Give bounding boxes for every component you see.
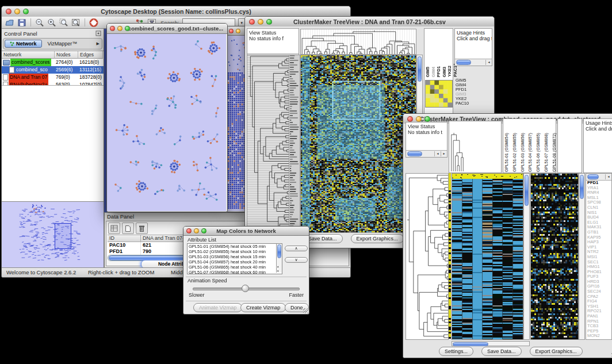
vscroll-thumb[interactable] (277, 244, 281, 258)
usage-hints-scrollbar[interactable]: ◂ (455, 59, 492, 66)
minimize-button[interactable] (14, 9, 20, 14)
tab-network[interactable]: Network (5, 40, 42, 48)
scroll-left-arrow[interactable]: ◂ (434, 151, 441, 156)
tv1-titlebar[interactable]: ClusterMaker TreeView : DNA and Tran 07-… (245, 17, 494, 27)
float-panel-icon[interactable] (95, 30, 101, 36)
tv2-action-button[interactable]: Export Graphics... (530, 347, 583, 356)
attribute-item[interactable]: GPL51-04 (GSM857) heat shock 20 min (188, 259, 282, 265)
scroll-left-arrow[interactable]: ◂ (485, 60, 492, 65)
view-status-scrollbar[interactable]: ◂ ▸ (406, 150, 447, 157)
column-label[interactable]: PFD1 (436, 66, 442, 77)
col-edges[interactable]: Edges (78, 51, 103, 59)
attribute-item[interactable]: GPL51-01 (GSM854) heat shock 05 min (188, 244, 282, 249)
column-label[interactable]: GPL51-02 (GSM855) (512, 133, 520, 172)
column-dendrogram-canvas[interactable] (449, 121, 501, 173)
col-network[interactable]: Network (2, 51, 55, 59)
save-icon[interactable] (17, 18, 26, 27)
minimize-button[interactable] (236, 29, 240, 33)
main-heatmap-canvas[interactable] (452, 173, 523, 340)
network-row[interactable]: combined_sco 2569(6) 13112(15) (2, 66, 104, 74)
main-heatmap-canvas[interactable] (300, 55, 416, 233)
move-up-button[interactable]: ∧ (285, 246, 308, 251)
attr-col-id[interactable]: ID (108, 235, 141, 242)
tv2-action-button[interactable]: Save Data... (481, 347, 522, 356)
overview-canvas[interactable] (2, 202, 103, 267)
close-button[interactable] (186, 228, 192, 233)
scroll-up-arrow[interactable]: ▴ (277, 265, 279, 268)
dialog-titlebar[interactable]: Map Colors to Network (183, 227, 309, 236)
minimize-button[interactable] (258, 19, 263, 25)
zoom-selected-icon[interactable] (59, 18, 68, 27)
zoom-button[interactable] (23, 9, 29, 14)
column-label[interactable]: GIM3 (442, 67, 447, 77)
zoom-in-icon[interactable] (47, 18, 56, 27)
open-folder-icon[interactable] (5, 18, 14, 27)
close-button[interactable] (229, 29, 234, 33)
scroll-thumb[interactable] (456, 60, 471, 65)
row-dendrogram-canvas[interactable] (247, 55, 289, 233)
zoom-out-icon[interactable] (35, 18, 44, 27)
create-vizmap-button[interactable]: Create Vizmap (240, 303, 286, 312)
minimize-button[interactable] (117, 26, 123, 31)
zoom-button[interactable] (424, 116, 430, 122)
zoom-fit-icon[interactable] (71, 18, 81, 27)
zoom-button[interactable] (266, 19, 272, 25)
row-dendrogram-canvas[interactable] (406, 173, 449, 340)
column-dendrogram-canvas[interactable] (301, 29, 416, 54)
attribute-item[interactable]: GPL51-06 (GSM865) heat shock 40 min (188, 265, 282, 270)
column-label[interactable]: GPL51-04 (GSM857) (527, 133, 536, 172)
tv2-action-button[interactable]: Settings... (439, 347, 473, 356)
resize-grip[interactable] (303, 308, 308, 313)
vscroll-thumb[interactable] (580, 175, 584, 199)
tv1-action-button[interactable]: Export Graphics... (351, 234, 404, 243)
minimize-button[interactable] (194, 228, 199, 233)
close-button[interactable] (6, 9, 12, 14)
scroll-right-arrow[interactable]: ▸ (441, 151, 447, 156)
network-row[interactable]: combined_scores 2764(0) 16218(0) (2, 59, 104, 66)
gene-selection-strip[interactable] (449, 173, 451, 339)
close-button[interactable] (110, 26, 115, 31)
scroll-down-arrow[interactable]: ▾ (277, 269, 279, 273)
network-overview-pane[interactable] (2, 201, 104, 268)
tab-overflow-arrow[interactable]: ▶ (97, 41, 100, 46)
column-label[interactable]: GPL51-06 (GSM865) (536, 133, 544, 172)
help-lifering-icon[interactable] (89, 18, 98, 27)
zoom-button[interactable] (201, 228, 206, 233)
scroll-thumb[interactable] (587, 174, 599, 179)
slider-thumb[interactable] (242, 285, 249, 292)
secondary-heatmap-canvas[interactable] (530, 173, 579, 340)
attribute-item[interactable]: GPL51-07 (GSM868) heat shock 60 min (188, 270, 282, 274)
close-button[interactable] (249, 19, 255, 25)
selected-row-label[interactable]: PAC10 (456, 101, 469, 106)
selected-submatrix-canvas[interactable] (425, 80, 453, 108)
column-label[interactable]: GIM4 (431, 67, 437, 77)
row-labels-strip[interactable] (289, 55, 300, 233)
attribute-listbox[interactable]: GPL51-01 (GSM854) heat shock 05 minGPL51… (187, 243, 282, 274)
animate-vizmap-button[interactable]: Animate Vizmap (193, 303, 242, 312)
delete-attribute-button[interactable] (136, 223, 148, 234)
gene-label[interactable]: MON2 (587, 334, 602, 339)
scroll-thumb[interactable] (407, 151, 422, 156)
tv2-heatmap-vscrollbar[interactable] (523, 173, 530, 340)
tab-vizmapper[interactable]: VizMapper™ (42, 40, 83, 47)
column-label[interactable]: GPL51-03 (GSM856) (520, 133, 528, 172)
attribute-item[interactable]: GPL51-02 (GSM855) heat shock 10 min (188, 249, 282, 254)
col-nodes[interactable]: Nodes (55, 51, 78, 59)
zoom-button[interactable] (125, 26, 130, 31)
scroll-left-arrow[interactable]: ◂ (605, 174, 611, 179)
column-label[interactable]: GPL51-07 (GSM868) (544, 133, 552, 172)
vscroll-thumb[interactable] (418, 56, 422, 82)
listbox-vscrollbar[interactable]: ▴ ▾ (276, 244, 282, 273)
column-label[interactable]: GPL51-01 (GSM854) (504, 133, 512, 172)
tv2-secondary-vscrollbar[interactable] (579, 173, 585, 340)
netfront-titlebar[interactable]: combined_scores_good.txt--cluste... (107, 24, 227, 34)
network-canvas[interactable] (107, 34, 226, 211)
column-label[interactable]: YKE2 (447, 66, 453, 77)
network-canvas-back[interactable] (227, 36, 246, 211)
new-attribute-button[interactable] (122, 223, 134, 234)
close-button[interactable] (407, 116, 413, 122)
minimize-button[interactable] (416, 116, 422, 122)
column-label[interactable]: GIM5 (425, 67, 431, 77)
hscroll-thumb[interactable] (453, 342, 488, 346)
move-down-button[interactable]: ∨ (285, 257, 308, 263)
